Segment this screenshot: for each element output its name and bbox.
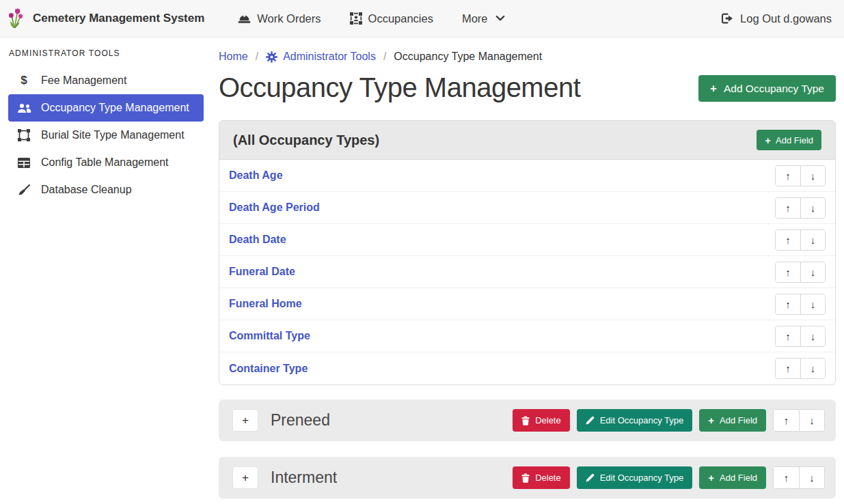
edit-occupancy-type-label: Edit Occupancy Type [600,473,684,483]
sidebar-item-occupancy-type-management[interactable]: Occupancy Type Management [8,94,204,122]
move-down-button[interactable]: ↓ [799,410,824,431]
move-down-button[interactable]: ↓ [800,359,825,378]
add-field-button[interactable]: + Add Field [699,409,766,432]
move-up-button[interactable]: ↑ [774,410,799,431]
arrow-down-icon: ↓ [811,170,816,182]
move-up-button[interactable]: ↑ [776,294,800,314]
users-icon [16,103,32,113]
navbar-brand[interactable]: Cemetery Management System [8,8,204,29]
tulips-logo-icon [8,8,26,29]
table-icon [16,158,32,168]
add-field-label: Add Field [776,135,813,145]
sidebar-item-fee-management[interactable]: $ Fee Management [8,67,204,94]
logout-link[interactable]: Log Out d.gowans [721,12,832,25]
arrow-down-icon: ↓ [811,363,816,374]
section-preneed: + Preneed Delete [219,400,836,441]
sidebar-item-burial-site-type-management[interactable]: Burial Site Type Management [8,122,204,149]
sidebar: ADMINISTRATOR TOOLS $ Fee Management Occ… [0,38,212,504]
breadcrumb-separator: / [256,51,258,63]
nav-work-orders-label: Work Orders [257,12,321,25]
broom-icon [16,184,32,195]
arrow-up-icon: ↑ [785,298,791,310]
nav-work-orders[interactable]: Work Orders [238,12,321,25]
move-up-button[interactable]: ↑ [776,359,800,378]
field-link-death-age[interactable]: Death Age [229,169,283,182]
field-link-funeral-home[interactable]: Funeral Home [229,298,302,310]
arrow-up-icon: ↑ [785,363,791,374]
breadcrumb-admin-tools-label: Administrator Tools [283,51,376,63]
breadcrumb-admin-tools[interactable]: Administrator Tools [266,51,376,63]
delete-button[interactable]: Delete [513,409,570,432]
field-link-funeral-date[interactable]: Funeral Date [229,266,295,278]
arrow-up-icon: ↑ [785,234,791,246]
reorder-group: ↑ ↓ [773,466,825,489]
field-link-committal-type[interactable]: Committal Type [229,330,310,342]
pencil-icon [586,473,595,482]
move-down-button[interactable]: ↓ [800,326,825,346]
delete-label: Delete [535,415,561,425]
reorder-group: ↑ ↓ [775,262,826,283]
move-up-button[interactable]: ↑ [776,262,800,282]
edit-occupancy-type-button[interactable]: Edit Occupancy Type [577,409,693,432]
reorder-group: ↑ ↓ [775,229,826,251]
delete-button[interactable]: Delete [513,466,570,489]
move-up-button[interactable]: ↑ [776,230,800,250]
edit-occupancy-type-button[interactable]: Edit Occupancy Type [577,466,693,489]
field-row: Death Age Period ↑ ↓ [219,192,835,224]
title-row: Occupancy Type Management + Add Occupanc… [219,71,836,104]
section-name: Preneed [271,411,330,430]
field-link-death-age-period[interactable]: Death Age Period [229,201,320,214]
expand-section-button[interactable]: + [232,409,258,432]
nav-more[interactable]: More [462,12,505,25]
move-up-button[interactable]: ↑ [776,198,800,218]
move-up-button[interactable]: ↑ [774,467,799,488]
add-occupancy-type-button[interactable]: + Add Occupancy Type [698,75,836,102]
navbar-right: Log Out d.gowans [707,12,832,25]
field-row: Death Age ↑ ↓ [219,160,835,192]
move-up-button[interactable]: ↑ [776,326,800,346]
breadcrumb-separator: / [383,51,386,63]
arrow-down-icon: ↓ [811,331,816,342]
section-interment: + Interment Delete [219,457,836,499]
move-down-button[interactable]: ↓ [800,198,825,218]
nav-occupancies[interactable]: Occupancies [350,12,433,25]
field-row: Funeral Home ↑ ↓ [219,288,835,320]
field-row: Funeral Date ↑ ↓ [219,256,835,288]
move-down-button[interactable]: ↓ [800,166,825,186]
add-field-button[interactable]: + Add Field [699,466,766,489]
arrow-down-icon: ↓ [811,298,816,310]
logout-label: Log Out d.gowans [740,12,832,25]
move-down-button[interactable]: ↓ [799,467,824,488]
arrow-down-icon: ↓ [809,415,815,426]
sign-out-icon [721,13,734,24]
page-title: Occupancy Type Management [219,71,580,104]
field-link-death-date[interactable]: Death Date [229,234,286,246]
field-row: Death Date ↑ ↓ [219,224,835,256]
move-down-button[interactable]: ↓ [800,230,825,250]
section-buttons: Delete Edit Occupancy Type + Add Field ↑ [513,466,825,489]
field-row: Container Type ↑ ↓ [219,352,835,384]
arrow-down-icon: ↓ [809,472,815,484]
reorder-group: ↑ ↓ [775,294,826,315]
reorder-group: ↑ ↓ [775,358,826,379]
move-up-button[interactable]: ↑ [776,166,800,186]
navbar-links: Work Orders Occupancies More [223,12,519,25]
breadcrumb-home[interactable]: Home [219,51,248,63]
card-header: (All Occupancy Types) + Add Field [219,121,835,160]
section-name: Interment [271,468,337,487]
gear-icon [266,51,277,63]
arrow-up-icon: ↑ [785,331,791,342]
add-field-label: Add Field [720,415,757,425]
add-field-button[interactable]: + Add Field [757,130,821,150]
expand-section-button[interactable]: + [232,466,258,489]
field-link-container-type[interactable]: Container Type [229,363,308,375]
sidebar-item-config-table-management[interactable]: Config Table Management [8,149,204,176]
plus-icon: + [708,473,714,483]
add-occupancy-type-label: Add Occupancy Type [724,83,824,95]
move-down-button[interactable]: ↓ [800,262,825,282]
reorder-group: ↑ ↓ [775,326,826,347]
move-down-button[interactable]: ↓ [800,294,825,314]
section-buttons: Delete Edit Occupancy Type + Add Field ↑ [513,409,825,432]
sidebar-item-database-cleanup[interactable]: Database Cleanup [8,176,204,204]
dollar-icon: $ [16,74,32,87]
